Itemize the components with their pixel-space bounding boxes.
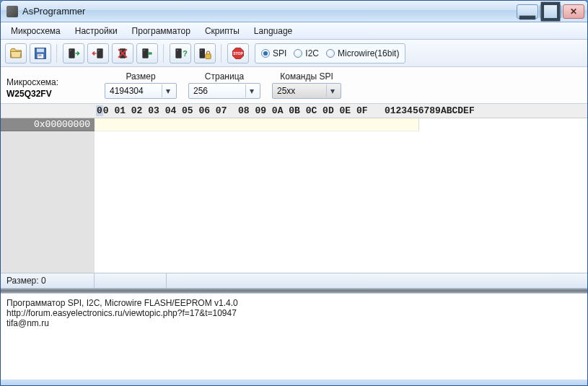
hex-grid[interactable]: 00 01 02 03 04 05 06 07 08 09 0A 0B 0C 0… — [95, 104, 587, 273]
protocol-group: SPI I2C Microwire(16bit) — [255, 43, 405, 63]
svg-rect-5 — [38, 54, 42, 55]
menu-programmer[interactable]: Программатор — [126, 25, 196, 38]
stop-icon: STOP — [231, 46, 245, 61]
radio-dot-icon — [294, 49, 302, 58]
chip-info-button[interactable]: ? — [170, 43, 191, 63]
svg-rect-13 — [142, 48, 148, 58]
stop-button[interactable]: STOP — [227, 43, 249, 63]
svg-rect-7 — [69, 48, 74, 58]
cmd-combo[interactable]: 25xx ▾ — [272, 83, 341, 99]
size-combo[interactable]: 4194304 ▾ — [105, 83, 177, 99]
svg-point-8 — [70, 50, 71, 51]
svg-point-16 — [177, 50, 178, 51]
floppy-icon — [33, 46, 48, 61]
svg-text:STOP: STOP — [233, 51, 243, 55]
chip-verify-icon — [140, 46, 154, 61]
menu-settings[interactable]: Настройки — [69, 25, 123, 38]
svg-rect-1 — [543, 3, 558, 19]
toolbar-separator — [163, 44, 164, 63]
svg-rect-3 — [37, 48, 44, 52]
log-line-3: tifa@nm.ru — [6, 318, 49, 328]
svg-rect-6 — [38, 56, 42, 56]
chip-write-icon — [91, 46, 105, 61]
log-panel[interactable]: Программатор SPI, I2C, Microwire FLASH/E… — [1, 293, 587, 380]
svg-text:?: ? — [183, 49, 188, 58]
param-page: Страница 256 ▾ — [188, 71, 260, 99]
menubar: Микросхема Настройки Программатор Скрипт… — [1, 22, 587, 40]
save-button[interactable] — [30, 43, 51, 63]
chip-lock-button[interactable] — [194, 43, 216, 63]
hex-header-b: 08 09 0A 0B 0C 0D 0E 0F — [238, 105, 367, 116]
maximize-icon — [540, 1, 561, 22]
toolbar-separator — [56, 44, 58, 63]
radio-microwire-label: Microwire(16bit) — [338, 48, 399, 58]
size-label: Размер — [105, 71, 177, 82]
size-value: 4194304 — [110, 86, 162, 96]
toolbar-separator — [221, 44, 222, 63]
status-size: Размер: 0 — [1, 273, 95, 288]
window-controls: ✕ — [517, 4, 584, 19]
write-chip-button[interactable] — [87, 43, 109, 63]
hex-header-ascii: 0123456789ABCDEF — [385, 105, 475, 116]
maximize-button[interactable] — [540, 4, 561, 19]
radio-spi-label: SPI — [273, 48, 286, 58]
close-button[interactable]: ✕ — [563, 4, 584, 19]
hex-header-a: 0 01 02 03 04 05 06 07 — [103, 105, 227, 116]
svg-point-19 — [201, 50, 202, 51]
window-title: AsProgrammer — [22, 6, 517, 17]
log-line-2: http://forum.easyelectronics.ru/viewtopi… — [6, 308, 237, 318]
folder-open-icon — [9, 46, 23, 61]
minimize-button[interactable] — [517, 4, 538, 19]
param-chip: Микросхема: W25Q32FV — [6, 77, 93, 99]
chip-info-icon: ? — [173, 46, 188, 61]
toolbar: ? STOP SPI I2C — [1, 40, 587, 67]
svg-rect-9 — [97, 48, 102, 58]
titlebar: AsProgrammer ✕ — [1, 1, 587, 22]
hex-header: 00 01 02 03 04 05 06 07 08 09 0A 0B 0C 0… — [95, 104, 587, 118]
chevron-down-icon: ▾ — [245, 84, 257, 97]
address-column: 0x00000000 — [1, 104, 95, 273]
chip-value: W25Q32FV — [6, 89, 93, 99]
minimize-icon — [517, 1, 537, 22]
status-cell-2 — [95, 273, 167, 288]
app-window: AsProgrammer ✕ Микросхема Настройки Прог… — [0, 0, 588, 386]
close-icon: ✕ — [570, 6, 577, 17]
svg-rect-0 — [519, 15, 535, 19]
radio-spi[interactable]: SPI — [261, 48, 286, 58]
radio-i2c[interactable]: I2C — [294, 48, 319, 58]
radio-microwire[interactable]: Microwire(16bit) — [326, 48, 399, 58]
param-size: Размер 4194304 ▾ — [105, 71, 177, 99]
page-value: 256 — [193, 86, 245, 96]
log-line-1: Программатор SPI, I2C, Microwire FLASH/E… — [6, 298, 238, 308]
chip-label: Микросхема: — [6, 77, 93, 87]
menu-scripts[interactable]: Скрипты — [199, 25, 245, 38]
svg-rect-15 — [175, 48, 181, 58]
chevron-down-icon: ▾ — [162, 84, 173, 97]
svg-rect-18 — [200, 48, 206, 58]
read-chip-button[interactable] — [63, 43, 84, 63]
radio-dot-icon — [261, 49, 270, 58]
menu-chip[interactable]: Микросхема — [5, 25, 66, 38]
svg-point-14 — [144, 50, 145, 51]
erase-chip-button[interactable] — [112, 43, 133, 63]
cmd-value: 25xx — [277, 86, 326, 96]
hex-viewer: 0x00000000 00 01 02 03 04 05 06 07 08 09… — [1, 103, 587, 273]
verify-chip-button[interactable] — [136, 43, 158, 63]
params-row: Микросхема: W25Q32FV Размер 4194304 ▾ Ст… — [1, 67, 587, 103]
status-cell-3 — [167, 273, 587, 288]
svg-point-10 — [98, 50, 100, 51]
page-combo[interactable]: 256 ▾ — [188, 83, 260, 99]
chip-read-icon — [66, 46, 81, 61]
open-button[interactable] — [5, 43, 27, 63]
app-icon — [6, 6, 18, 17]
statusbar: Размер: 0 — [1, 273, 587, 289]
chip-erase-icon — [115, 46, 130, 61]
address-cell: 0x00000000 — [1, 118, 95, 131]
chevron-down-icon: ▾ — [326, 84, 338, 97]
cmd-label: Команды SPI — [272, 71, 341, 82]
menu-language[interactable]: Language — [248, 25, 298, 38]
svg-rect-20 — [206, 53, 211, 58]
radio-dot-icon — [326, 49, 335, 58]
chip-lock-icon — [198, 46, 212, 61]
page-label: Страница — [188, 71, 260, 82]
